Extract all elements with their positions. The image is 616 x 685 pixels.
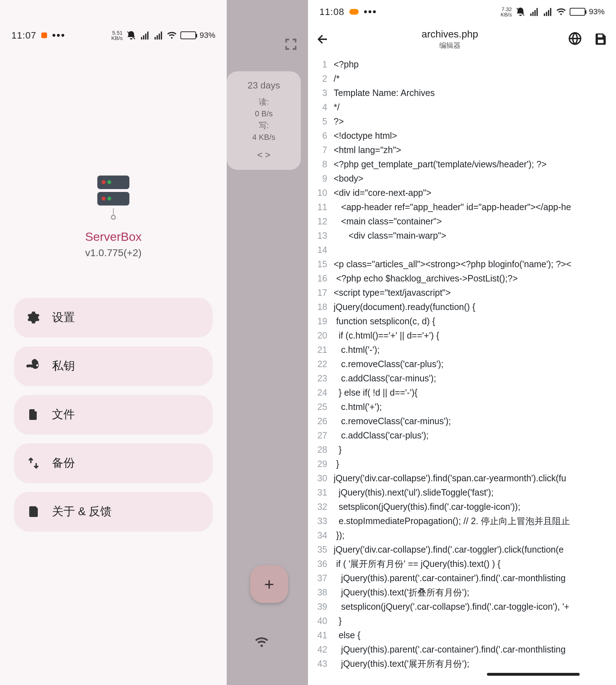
code-line[interactable]: 12 <main class="container"> (308, 214, 616, 228)
line-number: 42 (308, 642, 334, 656)
code-line[interactable]: 9<body> (308, 171, 616, 186)
sync-icon (27, 457, 40, 470)
menu-settings[interactable]: 设置 (14, 298, 212, 337)
code-line[interactable]: 32 setsplicon(jQuery(this).find('.car-to… (308, 499, 616, 514)
code-text: <?php get_template_part('template/views/… (334, 157, 616, 171)
line-number: 30 (308, 471, 334, 485)
line-number: 1 (308, 57, 334, 71)
right-phone: 11:08 ••• 7.32 KB/s 93% (308, 0, 616, 685)
line-number: 14 (308, 243, 334, 257)
line-number: 18 (308, 300, 334, 314)
menu-keys[interactable]: 私钥 (14, 346, 212, 386)
menu-files[interactable]: 文件 (14, 395, 212, 434)
code-line[interactable]: 2/* (308, 71, 616, 86)
code-line[interactable]: 10<div id="core-next-app"> (308, 186, 616, 200)
line-number: 37 (308, 571, 334, 585)
menu-about[interactable]: 关于 & 反馈 (14, 492, 212, 531)
code-icon: < > (233, 149, 294, 161)
server-logo-icon (97, 176, 129, 220)
code-line[interactable]: 31 jQuery(this).next('ul').slideToggle('… (308, 485, 616, 499)
code-line[interactable]: 24 } else if( !d || d=='-'){ (308, 385, 616, 400)
menu-label: 私钥 (52, 358, 75, 374)
code-text: jQuery(document).ready(function() { (334, 300, 616, 314)
code-line[interactable]: 42 jQuery(this).parent('.car-container')… (308, 642, 616, 656)
code-line[interactable]: 5?> (308, 114, 616, 128)
left-phone: 11:07 ••• 5.51 KB/s 93% (0, 0, 308, 685)
code-line[interactable]: 13 <div class="main-warp"> (308, 228, 616, 243)
code-line[interactable]: 3Template Name: Archives (308, 86, 616, 100)
signal-hd2-icon (543, 7, 553, 17)
code-line[interactable]: 20 if (c.html()=='+' || d=='+') { (308, 328, 616, 342)
code-line[interactable]: 34 }); (308, 528, 616, 542)
code-line[interactable]: 40 } (308, 614, 616, 628)
code-line[interactable]: 21 c.html('-'); (308, 342, 616, 357)
code-line[interactable]: 11 <app-header ref="app_header" id="app-… (308, 200, 616, 214)
line-number: 10 (308, 186, 334, 200)
battery-pct: 93% (200, 31, 215, 40)
code-line[interactable]: 39 setsplicon(jQuery('.car-collapse').fi… (308, 599, 616, 614)
code-line[interactable]: 23 c.addClass('car-minus'); (308, 371, 616, 385)
line-number: 19 (308, 314, 334, 328)
code-line[interactable]: 37 jQuery(this).parent('.car-container')… (308, 571, 616, 585)
code-line[interactable]: 22 c.removeClass('car-plus'); (308, 357, 616, 371)
code-line[interactable]: 4*/ (308, 100, 616, 114)
code-line[interactable]: 14 (308, 243, 616, 257)
code-line[interactable]: 15<p class="articles_all"><strong><?php … (308, 257, 616, 271)
code-line[interactable]: 43 jQuery(this).text('展开所有月份'); (308, 656, 616, 671)
code-text: <script type="text/javascript"> (334, 285, 616, 300)
code-text: } (334, 442, 616, 457)
code-line[interactable]: 35jQuery('div.car-collapse').find('.car-… (308, 542, 616, 557)
add-fab[interactable]: + (250, 565, 288, 603)
code-text: <p class="articles_all"><strong><?php bl… (334, 257, 616, 271)
code-line[interactable]: 41 else { (308, 628, 616, 642)
code-line[interactable]: 8<?php get_template_part('template/views… (308, 157, 616, 171)
code-line[interactable]: 7<html lang="zh"> (308, 143, 616, 157)
code-editor[interactable]: 1<?php2/*3Template Name: Archives4*/5?>6… (308, 55, 616, 671)
code-line[interactable]: 1<?php (308, 57, 616, 71)
editor-title: archives.php 编辑器 (332, 29, 568, 50)
code-line[interactable]: 18jQuery(document).ready(function() { (308, 300, 616, 314)
line-number: 32 (308, 499, 334, 514)
line-number: 16 (308, 271, 334, 285)
code-line[interactable]: 6<!doctype html> (308, 128, 616, 143)
code-line[interactable]: 28 } (308, 442, 616, 457)
code-line[interactable]: 19 function setsplicon(c, d) { (308, 314, 616, 328)
line-number: 6 (308, 128, 334, 143)
code-text: if (c.html()=='+' || d=='+') { (334, 328, 616, 342)
code-line[interactable]: 30jQuery('div.car-collapse').find('span.… (308, 471, 616, 485)
code-line[interactable]: 33 e.stopImmediatePropagation(); // 2. 停… (308, 514, 616, 528)
code-text: c.addClass('car-minus'); (334, 371, 616, 385)
read-value: 0 B/s (233, 108, 294, 120)
line-number: 34 (308, 528, 334, 542)
line-number: 40 (308, 614, 334, 628)
code-line[interactable]: 29 } (308, 457, 616, 471)
file-icon (27, 408, 40, 421)
line-number: 25 (308, 400, 334, 414)
wifi-icon (167, 30, 177, 40)
code-text: */ (334, 100, 616, 114)
horizontal-scrollbar[interactable] (487, 673, 580, 676)
server-card[interactable]: 23 days 读: 0 B/s 写: 4 KB/s < > (227, 71, 301, 170)
file-name: archives.php (332, 29, 568, 40)
status-bar: 11:08 ••• 7.32 KB/s 93% (308, 0, 616, 24)
save-button[interactable] (594, 32, 607, 47)
code-line[interactable]: 17<script type="text/javascript"> (308, 285, 616, 300)
dnd-icon (126, 30, 136, 40)
code-line[interactable]: 27 c.addClass('car-plus'); (308, 428, 616, 442)
fullscreen-icon[interactable] (284, 37, 298, 51)
back-button[interactable] (314, 32, 332, 46)
code-line[interactable]: 16 <?php echo $hacklog_archives->PostLis… (308, 271, 616, 285)
code-text: jQuery('div.car-collapse').find('span.ca… (334, 471, 616, 485)
code-line[interactable]: 36 if ( '展开所有月份' == jQuery(this).text() … (308, 557, 616, 571)
battery-pct: 93% (589, 7, 605, 16)
ping-icon[interactable] (255, 635, 269, 649)
line-number: 5 (308, 114, 334, 128)
menu-backup[interactable]: 备份 (14, 443, 212, 483)
line-number: 23 (308, 371, 334, 385)
code-line[interactable]: 38 jQuery(this).text('折叠所有月份'); (308, 585, 616, 599)
code-line[interactable]: 25 c.html('+'); (308, 400, 616, 414)
drawer-scrim[interactable]: 23 days 读: 0 B/s 写: 4 KB/s < > + (227, 0, 308, 685)
encoding-button[interactable] (568, 32, 582, 47)
line-number: 7 (308, 143, 334, 157)
code-line[interactable]: 26 c.removeClass('car-minus'); (308, 414, 616, 428)
